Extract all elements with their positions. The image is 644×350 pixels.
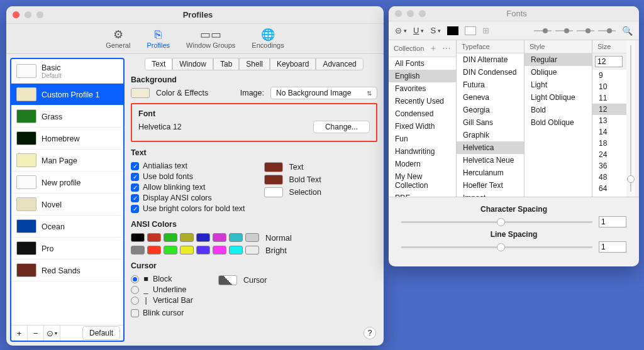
profile-row-custom-profile-1[interactable]: Custom Profile 1 (11, 84, 123, 106)
close-traffic-light[interactable] (13, 11, 19, 18)
text-color-swatch[interactable] (264, 162, 283, 172)
typeface-item[interactable]: Georgia (457, 104, 524, 116)
ansi-color-swatch[interactable] (180, 233, 194, 242)
typeface-item[interactable]: Helvetica Neue (457, 154, 524, 167)
cursor-radio-block[interactable] (131, 275, 139, 283)
size-item[interactable]: 10 (592, 81, 626, 92)
ansi-color-swatch[interactable] (131, 246, 145, 254)
collection-item[interactable]: Condensed (389, 107, 456, 120)
tab-keyboard[interactable]: Keyboard (270, 58, 316, 70)
typeface-item[interactable]: Futura (457, 79, 524, 91)
collection-item[interactable]: Modern (389, 158, 456, 170)
checkbox-use-bright-colors-for-bold-text[interactable] (131, 205, 139, 213)
ansi-color-swatch[interactable] (213, 233, 226, 242)
typeface-item[interactable]: Hoefler Text (457, 179, 524, 192)
shadow-opacity-slider[interactable] (534, 26, 552, 35)
add-profile-button[interactable]: + (11, 325, 28, 341)
collection-action-menu[interactable]: ⋯ (442, 43, 451, 53)
profile-row-novel[interactable]: Novel (11, 194, 123, 216)
char-spacing-slider[interactable] (401, 221, 592, 223)
remove-profile-button[interactable]: − (28, 325, 44, 341)
cursor-radio-vertical-bar[interactable] (131, 297, 139, 305)
minimize-traffic-light[interactable] (25, 11, 31, 18)
ansi-color-swatch[interactable] (213, 246, 226, 254)
toolbar-profiles[interactable]: ⎘Profiles (147, 24, 170, 53)
document-color-swatch[interactable] (465, 26, 476, 35)
line-spacing-slider[interactable] (401, 246, 592, 248)
help-button[interactable]: ? (364, 327, 376, 339)
size-item[interactable]: 18 (592, 138, 626, 149)
shadow-blur-slider[interactable] (555, 26, 573, 35)
ansi-color-swatch[interactable] (164, 246, 177, 254)
toolbar-window-groups[interactable]: ▭▭Window Groups (186, 24, 235, 53)
size-item[interactable]: 11 (592, 92, 626, 104)
profile-row-basic[interactable]: BasicDefault (11, 59, 123, 84)
strike-s-menu[interactable]: S▾ (430, 26, 441, 35)
zoom-traffic-light[interactable] (36, 11, 43, 18)
ansi-color-swatch[interactable] (229, 233, 243, 242)
typeface-item[interactable]: Impact (457, 192, 524, 197)
fonts-zoom-traffic-light[interactable] (419, 10, 426, 17)
text-color-swatch[interactable] (447, 26, 458, 35)
profile-row-pro[interactable]: Pro (11, 238, 123, 260)
shadow-offset-slider[interactable] (577, 26, 594, 35)
profile-row-homebrew[interactable]: Homebrew (11, 128, 123, 150)
tab-text[interactable]: Text (145, 58, 172, 70)
cursor-radio-underline[interactable] (131, 286, 139, 294)
ansi-color-swatch[interactable] (229, 246, 243, 254)
profile-row-grass[interactable]: Grass (11, 106, 123, 128)
size-item[interactable]: 72 (592, 194, 626, 197)
ansi-color-swatch[interactable] (196, 246, 210, 254)
collection-item[interactable]: Favorites (389, 82, 456, 95)
size-item[interactable]: 9 (592, 70, 626, 81)
background-color-swatch[interactable] (131, 88, 150, 98)
search-icon[interactable]: 🔍 (622, 26, 633, 36)
ansi-color-swatch[interactable] (196, 233, 210, 242)
style-item[interactable]: Oblique (525, 66, 592, 79)
size-input[interactable] (595, 56, 623, 67)
typeface-item[interactable]: Helvetica (457, 141, 524, 154)
collection-item[interactable]: My New Collection (389, 170, 456, 192)
background-image-popup[interactable]: No Background Image⇅ (270, 87, 377, 99)
style-item[interactable]: Bold (525, 104, 592, 116)
fonts-minimize-traffic-light[interactable] (407, 10, 414, 17)
checkbox-use-bold-fonts[interactable] (131, 173, 139, 181)
ansi-color-swatch[interactable] (147, 246, 161, 254)
ansi-color-swatch[interactable] (245, 246, 259, 254)
profile-row-red-sands[interactable]: Red Sands (11, 260, 123, 282)
add-collection-button[interactable]: ＋ (429, 43, 438, 54)
size-item[interactable]: 24 (592, 149, 626, 160)
tab-tab[interactable]: Tab (213, 58, 239, 70)
style-item[interactable]: Bold Oblique (525, 116, 592, 129)
collection-item[interactable]: Recently Used (389, 95, 456, 107)
typeface-item[interactable]: Geneva (457, 91, 524, 104)
profile-row-man-page[interactable]: Man Page (11, 150, 123, 172)
style-item[interactable]: Light Oblique (525, 91, 592, 104)
typeface-item[interactable]: DIN Condensed (457, 66, 524, 79)
cursor-color-swatch[interactable] (218, 275, 237, 285)
style-item[interactable]: Light (525, 79, 592, 91)
underline-menu[interactable]: U▾ (413, 26, 424, 35)
size-item[interactable]: 48 (592, 172, 626, 183)
ansi-color-swatch[interactable] (147, 233, 161, 242)
size-item[interactable]: 64 (592, 183, 626, 194)
size-item[interactable]: 12 (592, 104, 626, 115)
profile-action-menu[interactable]: ⊙▾ (44, 325, 60, 341)
tab-advanced[interactable]: Advanced (316, 58, 363, 70)
bold-text-color-swatch[interactable] (264, 175, 283, 185)
style-item[interactable]: Regular (525, 53, 592, 66)
collection-item[interactable]: Handwriting (389, 145, 456, 158)
selection-color-swatch[interactable] (264, 187, 283, 197)
strikethrough-menu[interactable]: ⊝▾ (395, 26, 407, 35)
char-spacing-input[interactable] (599, 216, 626, 227)
paragraph-style-icon[interactable]: ⊞ (482, 26, 489, 35)
ansi-color-swatch[interactable] (131, 233, 145, 242)
set-default-button[interactable]: Default (82, 326, 120, 340)
size-item[interactable]: 13 (592, 115, 626, 126)
size-item[interactable]: 36 (592, 160, 626, 172)
toolbar-general[interactable]: ⚙︎General (106, 24, 130, 53)
tab-shell[interactable]: Shell (239, 58, 270, 70)
profile-row-ocean[interactable]: Ocean (11, 216, 123, 238)
checkbox-allow-blinking-text[interactable] (131, 183, 139, 192)
typeface-item[interactable]: Herculanum (457, 167, 524, 179)
